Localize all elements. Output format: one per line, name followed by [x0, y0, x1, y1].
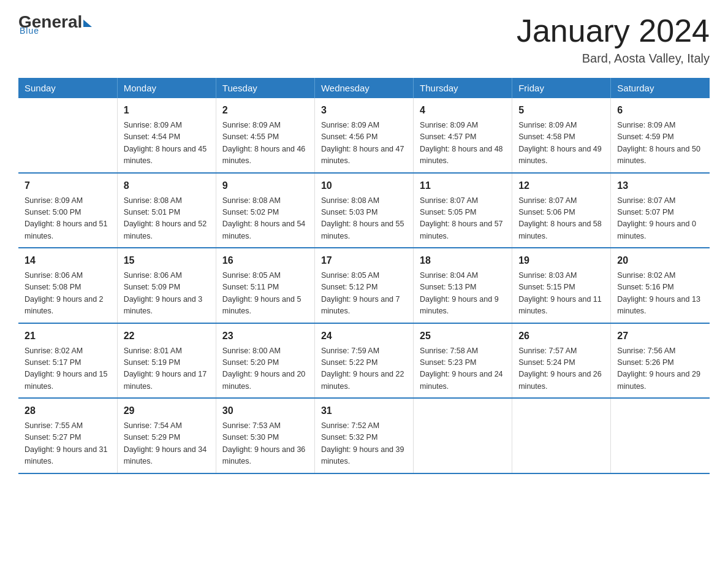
daylight-text: Daylight: 9 hours and 15 minutes.: [25, 369, 111, 393]
sunset-text: Sunset: 5:20 PM: [222, 357, 308, 369]
day-info: Sunrise: 8:05 AMSunset: 5:12 PMDaylight:…: [321, 270, 407, 318]
daylight-text: Daylight: 8 hours and 58 minutes.: [518, 218, 604, 242]
calendar-week-row: 21Sunrise: 8:02 AMSunset: 5:17 PMDayligh…: [18, 323, 710, 399]
calendar-week-row: 1Sunrise: 8:09 AMSunset: 4:54 PMDaylight…: [18, 98, 710, 173]
sunset-text: Sunset: 5:12 PM: [321, 282, 407, 293]
daylight-text: Daylight: 8 hours and 57 minutes.: [420, 218, 506, 242]
day-number: 1: [124, 103, 210, 118]
daylight-text: Daylight: 9 hours and 9 minutes.: [420, 294, 506, 318]
sunrise-text: Sunrise: 8:09 AM: [124, 120, 210, 131]
day-number: 18: [420, 253, 506, 268]
sunset-text: Sunset: 4:54 PM: [124, 131, 210, 143]
sunrise-text: Sunrise: 8:09 AM: [25, 195, 111, 207]
calendar-cell: 21Sunrise: 8:02 AMSunset: 5:17 PMDayligh…: [18, 323, 117, 399]
calendar-cell: 5Sunrise: 8:09 AMSunset: 4:58 PMDaylight…: [512, 98, 611, 173]
sunset-text: Sunset: 5:13 PM: [420, 282, 506, 293]
daylight-text: Daylight: 9 hours and 20 minutes.: [222, 369, 308, 393]
sunset-text: Sunset: 5:22 PM: [321, 357, 407, 369]
sunset-text: Sunset: 5:30 PM: [222, 432, 308, 443]
daylight-text: Daylight: 9 hours and 7 minutes.: [321, 294, 407, 318]
sunset-text: Sunset: 5:06 PM: [518, 207, 604, 218]
sunrise-text: Sunrise: 8:02 AM: [25, 345, 111, 357]
title-area: January 2024 Bard, Aosta Valley, Italy: [517, 12, 710, 66]
sunrise-text: Sunrise: 8:09 AM: [617, 120, 703, 131]
calendar-cell: 24Sunrise: 7:59 AMSunset: 5:22 PMDayligh…: [314, 323, 413, 399]
day-info: Sunrise: 7:56 AMSunset: 5:26 PMDaylight:…: [617, 345, 703, 393]
logo-blue-text: Blue: [20, 26, 39, 36]
col-friday: Friday: [512, 78, 611, 98]
day-number: 5: [518, 103, 604, 118]
col-monday: Monday: [117, 78, 216, 98]
day-number: 13: [617, 178, 703, 193]
day-info: Sunrise: 8:08 AMSunset: 5:03 PMDaylight:…: [321, 195, 407, 243]
day-info: Sunrise: 8:09 AMSunset: 4:56 PMDaylight:…: [321, 120, 407, 167]
sunset-text: Sunset: 5:01 PM: [124, 207, 210, 218]
day-number: 21: [25, 329, 111, 343]
calendar-cell: 27Sunrise: 7:56 AMSunset: 5:26 PMDayligh…: [611, 323, 710, 399]
logo-triangle-icon: [83, 20, 92, 27]
sunset-text: Sunset: 5:27 PM: [25, 432, 111, 443]
day-number: 24: [321, 329, 407, 343]
day-number: 2: [222, 103, 308, 118]
day-number: 10: [321, 178, 407, 193]
daylight-text: Daylight: 8 hours and 54 minutes.: [222, 218, 308, 242]
day-number: 30: [222, 404, 308, 418]
day-info: Sunrise: 8:09 AMSunset: 4:57 PMDaylight:…: [420, 120, 506, 167]
calendar-week-row: 14Sunrise: 8:06 AMSunset: 5:08 PMDayligh…: [18, 248, 710, 323]
day-info: Sunrise: 8:09 AMSunset: 4:59 PMDaylight:…: [617, 120, 703, 167]
calendar-cell: 7Sunrise: 8:09 AMSunset: 5:00 PMDaylight…: [18, 173, 117, 248]
daylight-text: Daylight: 8 hours and 50 minutes.: [617, 144, 703, 167]
sunset-text: Sunset: 5:09 PM: [124, 282, 210, 293]
sunrise-text: Sunrise: 7:53 AM: [222, 420, 308, 432]
day-number: 15: [124, 253, 210, 268]
calendar-week-row: 28Sunrise: 7:55 AMSunset: 5:27 PMDayligh…: [18, 398, 710, 473]
calendar-cell: 6Sunrise: 8:09 AMSunset: 4:59 PMDaylight…: [611, 98, 710, 173]
daylight-text: Daylight: 8 hours and 48 minutes.: [420, 144, 506, 167]
day-number: 19: [518, 253, 604, 268]
daylight-text: Daylight: 8 hours and 47 minutes.: [321, 144, 407, 167]
day-info: Sunrise: 8:06 AMSunset: 5:08 PMDaylight:…: [25, 270, 111, 318]
sunset-text: Sunset: 5:15 PM: [518, 282, 604, 293]
sunset-text: Sunset: 5:07 PM: [617, 207, 703, 218]
day-info: Sunrise: 7:53 AMSunset: 5:30 PMDaylight:…: [222, 420, 308, 468]
col-saturday: Saturday: [611, 78, 710, 98]
calendar-cell: 18Sunrise: 8:04 AMSunset: 5:13 PMDayligh…: [414, 248, 512, 323]
day-info: Sunrise: 7:54 AMSunset: 5:29 PMDaylight:…: [124, 420, 210, 468]
sunrise-text: Sunrise: 8:09 AM: [420, 120, 506, 131]
day-number: 29: [124, 404, 210, 418]
sunrise-text: Sunrise: 8:08 AM: [124, 195, 210, 207]
day-info: Sunrise: 8:07 AMSunset: 5:05 PMDaylight:…: [420, 195, 506, 243]
calendar-cell: 31Sunrise: 7:52 AMSunset: 5:32 PMDayligh…: [314, 398, 413, 473]
sunrise-text: Sunrise: 7:52 AM: [321, 420, 407, 432]
sunrise-text: Sunrise: 7:58 AM: [420, 345, 506, 357]
daylight-text: Daylight: 8 hours and 55 minutes.: [321, 218, 407, 242]
day-info: Sunrise: 8:09 AMSunset: 4:55 PMDaylight:…: [222, 120, 308, 167]
day-info: Sunrise: 8:07 AMSunset: 5:07 PMDaylight:…: [617, 195, 703, 243]
calendar-cell: 13Sunrise: 8:07 AMSunset: 5:07 PMDayligh…: [611, 173, 710, 248]
sunrise-text: Sunrise: 8:07 AM: [617, 195, 703, 207]
calendar-cell: [18, 98, 117, 173]
day-number: 20: [617, 253, 703, 268]
calendar-cell: 1Sunrise: 8:09 AMSunset: 4:54 PMDaylight…: [117, 98, 216, 173]
daylight-text: Daylight: 9 hours and 3 minutes.: [124, 294, 210, 318]
sunset-text: Sunset: 5:19 PM: [124, 357, 210, 369]
col-sunday: Sunday: [18, 78, 117, 98]
calendar-cell: 4Sunrise: 8:09 AMSunset: 4:57 PMDaylight…: [414, 98, 512, 173]
daylight-text: Daylight: 8 hours and 49 minutes.: [518, 144, 604, 167]
day-number: 17: [321, 253, 407, 268]
sunset-text: Sunset: 5:29 PM: [124, 432, 210, 443]
day-info: Sunrise: 7:57 AMSunset: 5:24 PMDaylight:…: [518, 345, 604, 393]
sunset-text: Sunset: 5:32 PM: [321, 432, 407, 443]
daylight-text: Daylight: 9 hours and 39 minutes.: [321, 444, 407, 468]
day-number: 14: [25, 253, 111, 268]
sunrise-text: Sunrise: 8:01 AM: [124, 345, 210, 357]
logo: General Blue: [18, 12, 92, 36]
month-title: January 2024: [517, 12, 710, 49]
calendar-cell: 9Sunrise: 8:08 AMSunset: 5:02 PMDaylight…: [216, 173, 314, 248]
day-number: 23: [222, 329, 308, 343]
sunset-text: Sunset: 4:58 PM: [518, 131, 604, 143]
calendar-cell: 11Sunrise: 8:07 AMSunset: 5:05 PMDayligh…: [414, 173, 512, 248]
calendar-cell: 14Sunrise: 8:06 AMSunset: 5:08 PMDayligh…: [18, 248, 117, 323]
sunrise-text: Sunrise: 8:06 AM: [25, 270, 111, 282]
day-number: 7: [25, 178, 111, 193]
